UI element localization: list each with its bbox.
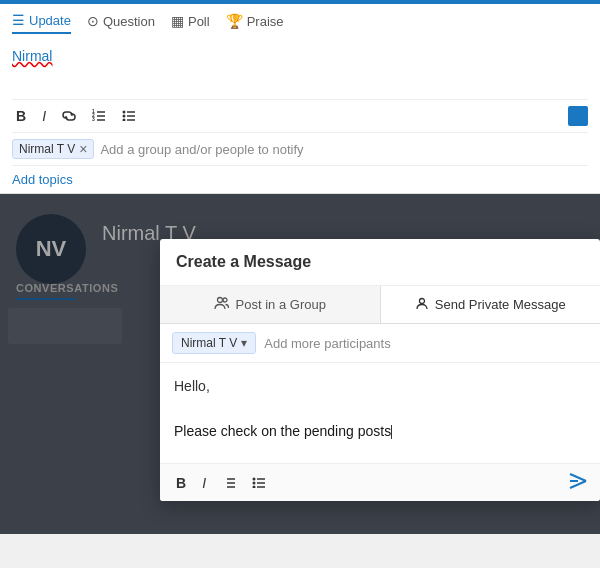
svg-point-11: [123, 119, 126, 122]
modal-italic-button[interactable]: I: [198, 473, 210, 493]
tab-praise-label: Praise: [247, 14, 284, 29]
send-icon: [568, 472, 588, 490]
message-text-3: Please check on the pending posts: [174, 423, 391, 439]
tab-private-label: Send Private Message: [435, 297, 566, 312]
tab-poll[interactable]: ▦ Poll: [171, 12, 210, 34]
modal-tabs: Post in a Group Send Private Message: [160, 286, 600, 324]
link-icon: [62, 111, 76, 121]
participant-tag: Nirmal T V ▾: [172, 332, 256, 354]
group-icon: [214, 296, 230, 313]
ordered-list-icon: 1 2 3: [92, 109, 106, 121]
footer-right: [568, 472, 588, 493]
link-button[interactable]: [58, 106, 80, 126]
message-line-3: Please check on the pending posts: [174, 420, 586, 442]
modal-footer-toolbar: B I: [160, 463, 600, 501]
background-panel: NV Nirmal T V CONVERSATIONS Create a Mes…: [0, 194, 600, 534]
participant-tag-label: Nirmal T V: [181, 336, 237, 350]
svg-point-12: [217, 298, 222, 303]
svg-point-23: [253, 485, 256, 488]
tab-group-label: Post in a Group: [236, 297, 326, 312]
modal-bullet-list-icon: [252, 476, 266, 488]
modal-title: Create a Message: [160, 239, 600, 286]
svg-line-24: [570, 481, 586, 488]
praise-icon: 🏆: [226, 13, 243, 29]
italic-button[interactable]: I: [38, 106, 50, 126]
message-line-1: Hello,: [174, 375, 586, 397]
editor-content[interactable]: Nirmal: [12, 40, 588, 100]
post-type-tabs: ☰ Update ⊙ Question ▦ Poll 🏆 Praise: [12, 12, 588, 40]
bold-button[interactable]: B: [12, 106, 30, 126]
modal-message-area[interactable]: Hello, Please check on the pending posts: [160, 363, 600, 463]
notify-tag-label: Nirmal T V: [19, 142, 75, 156]
svg-line-25: [570, 474, 586, 481]
notify-placeholder[interactable]: Add a group and/or people to notify: [100, 142, 303, 157]
svg-point-10: [123, 115, 126, 118]
svg-point-9: [123, 111, 126, 114]
tab-update[interactable]: ☰ Update: [12, 12, 71, 34]
svg-point-21: [253, 477, 256, 480]
editor-toolbar: B I 1 2 3: [12, 100, 588, 133]
tab-send-private[interactable]: Send Private Message: [381, 286, 601, 323]
tab-praise[interactable]: 🏆 Praise: [226, 12, 284, 34]
notify-tag: Nirmal T V ×: [12, 139, 94, 159]
text-cursor: [391, 425, 392, 439]
notify-tag-remove[interactable]: ×: [79, 142, 87, 156]
poll-icon: ▦: [171, 13, 184, 29]
participant-dropdown[interactable]: ▾: [241, 336, 247, 350]
color-picker[interactable]: [568, 106, 588, 126]
tab-update-label: Update: [29, 13, 71, 28]
add-topics-label: Add topics: [12, 172, 73, 187]
bullet-list-icon: [122, 109, 136, 121]
private-icon: [415, 296, 429, 313]
notify-row: Nirmal T V × Add a group and/or people t…: [12, 133, 588, 166]
tab-poll-label: Poll: [188, 14, 210, 29]
modal-bullet-list-button[interactable]: [248, 473, 270, 493]
svg-point-13: [223, 298, 227, 302]
modal-participants: Nirmal T V ▾ Add more participants: [160, 324, 600, 363]
svg-point-14: [419, 299, 424, 304]
modal-overlay: Create a Message Post in a Group: [0, 194, 600, 534]
add-topics[interactable]: Add topics: [12, 166, 588, 193]
tab-post-in-group[interactable]: Post in a Group: [160, 286, 381, 323]
editor-text: Nirmal: [12, 48, 52, 64]
add-participants[interactable]: Add more participants: [264, 336, 390, 351]
modal-ordered-list-button[interactable]: [218, 473, 240, 493]
question-icon: ⊙: [87, 13, 99, 29]
modal-ordered-list-icon: [222, 476, 236, 488]
post-editor: ☰ Update ⊙ Question ▦ Poll 🏆 Praise Nirm…: [0, 4, 600, 194]
tab-question-label: Question: [103, 14, 155, 29]
send-button[interactable]: [568, 472, 588, 493]
message-line-2: [174, 397, 586, 419]
tab-question[interactable]: ⊙ Question: [87, 12, 155, 34]
modal-bold-button[interactable]: B: [172, 473, 190, 493]
update-icon: ☰: [12, 12, 25, 28]
svg-point-22: [253, 481, 256, 484]
bullet-list-button[interactable]: [118, 106, 140, 126]
ordered-list-button[interactable]: 1 2 3: [88, 106, 110, 126]
create-message-modal: Create a Message Post in a Group: [160, 239, 600, 501]
svg-text:3: 3: [92, 116, 95, 121]
